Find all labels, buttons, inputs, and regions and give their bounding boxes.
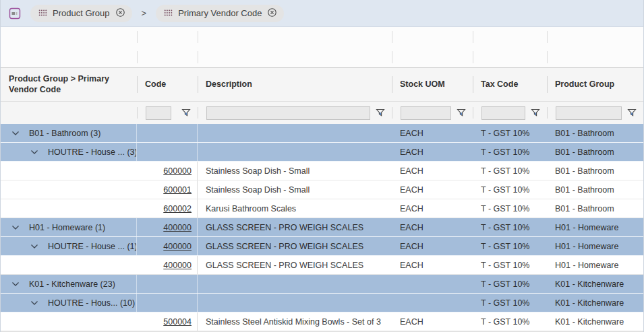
- stock-uom-cell: EACH: [392, 237, 473, 255]
- column-header-tax-code[interactable]: Tax Code: [473, 68, 547, 101]
- product-grid-window: Product Group > Primary Vendor: [0, 0, 644, 332]
- table-row[interactable]: 600000 Stainless Soap Dish - Small EACH …: [1, 162, 643, 180]
- table-row[interactable]: H01 - Homeware (1) 400000 GLASS SCREEN -…: [1, 218, 643, 237]
- filter-cell-code: [137, 102, 198, 124]
- tax-code-cell: T - GST 10%: [473, 312, 547, 331]
- product-group-cell: B01 - Bathroom: [547, 162, 643, 180]
- code-cell: 600001: [137, 180, 198, 199]
- remove-chip-icon[interactable]: [115, 7, 125, 20]
- group-chip-label: Product Group: [53, 8, 110, 18]
- group-label: HOUTRE - House ... (1): [48, 242, 137, 251]
- chip-separator: >: [140, 8, 148, 18]
- funnel-icon[interactable]: [457, 108, 466, 117]
- stock-uom-cell: EACH: [392, 162, 473, 180]
- column-header-product-group[interactable]: Product Group: [547, 68, 643, 101]
- item-code-link[interactable]: 400000: [163, 242, 192, 251]
- tax-code-cell: T - GST 10%: [473, 256, 547, 274]
- funnel-icon[interactable]: [531, 108, 540, 117]
- stock-uom-cell: EACH: [392, 143, 473, 161]
- table-row[interactable]: B01 - Bathroom (3) EACH T - GST 10% B01 …: [1, 124, 643, 143]
- item-code-link[interactable]: 600001: [163, 185, 192, 195]
- item-code-link[interactable]: 600000: [163, 166, 192, 176]
- group-chip-primary-vendor-code[interactable]: Primary Vendor Code: [156, 5, 284, 22]
- stock-uom-cell: [392, 294, 473, 312]
- description-cell: [198, 294, 392, 312]
- product-group-cell: B01 - Bathroom: [547, 180, 643, 199]
- chevron-down-icon[interactable]: [11, 281, 20, 287]
- column-header-group[interactable]: Product Group > Primary Vendor Code: [1, 68, 137, 101]
- tax-code-cell: T - GST 10%: [473, 162, 547, 180]
- description-cell: GLASS SCREEN - PRO WEIGH SCALES: [198, 256, 392, 274]
- product-group-filter-input[interactable]: [556, 106, 622, 120]
- stock-uom-cell: EACH: [392, 218, 473, 236]
- layout-icon[interactable]: [7, 6, 22, 21]
- table-row[interactable]: HOUTRE - House ... (3) EACH T - GST 10% …: [1, 143, 643, 162]
- group-cell: [1, 256, 137, 274]
- table-row[interactable]: K01 - Kitchenware (23) T - GST 10% K01 -…: [1, 275, 643, 294]
- group-cell: [1, 180, 137, 199]
- funnel-icon[interactable]: [627, 108, 637, 117]
- tax-code-cell: T - GST 10%: [473, 143, 547, 161]
- stock-uom-cell: EACH: [392, 180, 473, 199]
- tax-code-cell: T - GST 10%: [473, 275, 547, 293]
- chevron-down-icon[interactable]: [11, 131, 20, 136]
- grid-body: B01 - Bathroom (3) EACH T - GST 10% B01 …: [1, 124, 643, 331]
- stock-uom-cell: EACH: [392, 124, 473, 142]
- table-row[interactable]: 500004 Stainless Steel Antiskid Mixing B…: [1, 312, 643, 331]
- group-cell: B01 - Bathroom (3): [1, 124, 137, 142]
- group-by-toolbar: Product Group > Primary Vendor: [1, 0, 643, 27]
- description-cell: [198, 143, 392, 161]
- remove-chip-icon[interactable]: [267, 7, 277, 20]
- tax-code-cell: T - GST 10%: [473, 199, 547, 218]
- description-cell: GLASS SCREEN - PRO WEIGH SCALES: [198, 218, 392, 236]
- stock-uom-filter-input[interactable]: [401, 106, 451, 120]
- funnel-icon[interactable]: [181, 108, 191, 117]
- group-cell: K01 - Kitchenware (23): [1, 275, 137, 293]
- product-group-cell: H01 - Homeware: [547, 218, 643, 236]
- chevron-down-icon[interactable]: [30, 300, 38, 306]
- code-cell: [137, 294, 198, 312]
- item-code-link[interactable]: 400000: [163, 261, 192, 270]
- description-filter-input[interactable]: [206, 106, 370, 120]
- column-header-stock-uom[interactable]: Stock UOM: [392, 68, 473, 101]
- filter-cell-product-group: [547, 102, 643, 124]
- stock-uom-cell: EACH: [392, 312, 473, 331]
- column-header-description[interactable]: Description: [198, 68, 392, 101]
- tax-code-filter-input[interactable]: [481, 106, 525, 120]
- filter-cell-tax-code: [473, 102, 547, 124]
- group-chip-product-group[interactable]: Product Group: [30, 5, 132, 22]
- item-code-link[interactable]: 500004: [163, 317, 192, 327]
- chevron-down-icon[interactable]: [30, 244, 38, 249]
- group-label: K01 - Kitchenware (23): [29, 279, 115, 289]
- item-code-link[interactable]: 600002: [163, 204, 192, 213]
- table-row[interactable]: 600002 Karusi Bathroom Scales EACH T - G…: [1, 199, 643, 218]
- column-header-code[interactable]: Code: [137, 68, 198, 101]
- code-cell: [137, 143, 198, 161]
- funnel-icon[interactable]: [376, 108, 385, 117]
- group-label: HOUTRE - Hous... (10): [48, 298, 135, 308]
- group-cell: [1, 162, 137, 180]
- table-row[interactable]: 400000 GLASS SCREEN - PRO WEIGH SCALES E…: [1, 256, 643, 275]
- code-filter-input[interactable]: [146, 106, 171, 120]
- drag-handle-icon[interactable]: [164, 9, 173, 18]
- code-cell: 400000: [137, 237, 198, 255]
- code-cell: [137, 275, 198, 293]
- group-label: HOUTRE - House ... (3): [48, 147, 137, 157]
- product-group-cell: B01 - Bathroom: [547, 199, 643, 218]
- table-row[interactable]: HOUTRE - Hous... (10) T - GST 10% K01 - …: [1, 294, 643, 312]
- table-row[interactable]: HOUTRE - House ... (1) 400000 GLASS SCRE…: [1, 237, 643, 256]
- stock-uom-cell: EACH: [392, 256, 473, 274]
- code-cell: 600000: [137, 162, 198, 180]
- drag-handle-icon[interactable]: [38, 9, 47, 18]
- item-code-link[interactable]: 400000: [163, 223, 192, 232]
- chevron-down-icon[interactable]: [30, 150, 38, 155]
- product-group-cell: H01 - Homeware: [547, 256, 643, 274]
- chevron-down-icon[interactable]: [11, 225, 20, 230]
- tax-code-cell: T - GST 10%: [473, 124, 547, 142]
- filter-cell-stock-uom: [392, 102, 473, 124]
- description-cell: GLASS SCREEN - PRO WEIGH SCALES: [198, 237, 392, 255]
- stock-uom-cell: [392, 275, 473, 293]
- table-row[interactable]: 600001 Stainless Soap Dish - Small EACH …: [1, 180, 643, 199]
- empty-band-row: [1, 27, 643, 47]
- description-cell: Stainless Steel Antiskid Mixing Bowls - …: [198, 312, 392, 331]
